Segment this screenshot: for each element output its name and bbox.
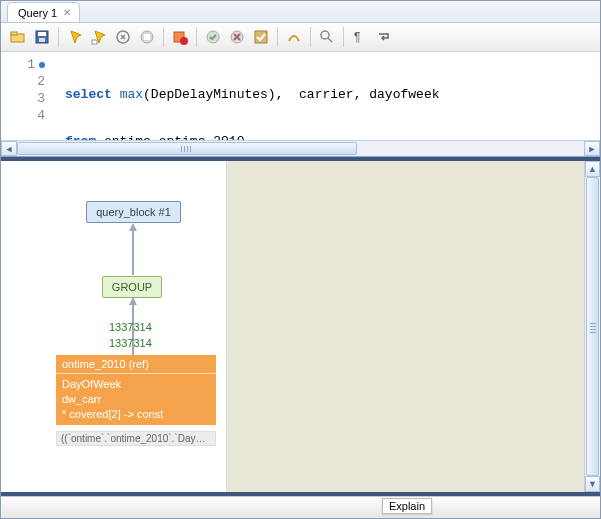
line-gutter: 1 2 3 4 — [1, 52, 51, 140]
scroll-track[interactable] — [585, 177, 600, 476]
toggle-limit-button[interactable] — [169, 26, 191, 48]
scroll-thumb[interactable] — [586, 177, 599, 476]
scroll-thumb[interactable] — [17, 142, 357, 155]
editor-horizontal-scrollbar[interactable]: ◄ ► — [1, 140, 600, 156]
execute-current-button[interactable] — [88, 26, 110, 48]
toolbar: ¶ — [1, 23, 600, 52]
execute-button[interactable] — [64, 26, 86, 48]
line-number: 4 — [37, 107, 45, 124]
code-area[interactable]: select max(DepDelayMinutes), carrier, da… — [51, 52, 600, 140]
close-icon[interactable]: ✕ — [63, 8, 71, 18]
stop-button[interactable] — [136, 26, 158, 48]
save-button[interactable] — [31, 26, 53, 48]
explain-tab-button[interactable]: Explain — [382, 498, 432, 514]
plan-caption: ((`ontime`.`ontime_2010`.`DayOf... — [56, 431, 216, 446]
open-button[interactable] — [7, 26, 29, 48]
tab-bar: Query 1 ✕ — [1, 1, 600, 23]
separator — [196, 27, 197, 47]
svg-rect-3 — [38, 32, 46, 36]
svg-point-10 — [180, 37, 188, 45]
scroll-track[interactable] — [17, 141, 584, 156]
autocommit-button[interactable] — [250, 26, 272, 48]
arrow-up-icon — [129, 297, 137, 305]
scroll-right-icon[interactable]: ► — [584, 141, 600, 156]
svg-point-14 — [321, 31, 329, 39]
query-window: Query 1 ✕ — [0, 0, 601, 519]
separator — [163, 27, 164, 47]
plan-node-label: GROUP — [112, 281, 152, 293]
scroll-down-icon[interactable]: ▼ — [585, 476, 600, 492]
arrow-up-icon — [129, 223, 137, 231]
rollback-button[interactable] — [226, 26, 248, 48]
svg-rect-8 — [144, 34, 150, 40]
plan-node-query-block[interactable]: query_block #1 — [86, 201, 181, 223]
svg-rect-4 — [39, 38, 45, 42]
statement-marker-icon — [39, 62, 45, 68]
tab-label: Query 1 — [18, 7, 57, 19]
line-number: 2 — [37, 73, 45, 90]
plan-edge — [132, 225, 134, 275]
svg-rect-1 — [11, 32, 17, 35]
explain-button[interactable] — [112, 26, 134, 48]
commit-button[interactable] — [202, 26, 224, 48]
svg-line-15 — [328, 38, 332, 42]
line-number: 1 — [27, 56, 35, 73]
find-button[interactable] — [316, 26, 338, 48]
separator — [343, 27, 344, 47]
plan-table-details: DayOfWeek dw_carr * covered[2] -> const — [56, 374, 216, 425]
plan-table-key: DayOfWeek — [62, 377, 210, 392]
code-line: from ontime.ontime_2010 — [65, 133, 600, 140]
svg-rect-5 — [92, 40, 97, 44]
sql-editor[interactable]: 1 2 3 4 select max(DepDelayMinutes), car… — [1, 52, 600, 157]
beautify-button[interactable] — [283, 26, 305, 48]
separator — [58, 27, 59, 47]
status-bar: Explain — [1, 496, 600, 518]
svg-rect-13 — [255, 31, 267, 43]
plan-rows-in: 1337314 — [109, 337, 152, 349]
code-line: select max(DepDelayMinutes), carrier, da… — [65, 86, 600, 103]
plan-node-table[interactable]: ontime_2010 (ref) DayOfWeek dw_carr * co… — [56, 355, 216, 425]
explain-empty-area — [227, 161, 584, 492]
plan-node-group[interactable]: GROUP — [102, 276, 162, 298]
plan-table-index: dw_carr — [62, 392, 210, 407]
wrap-button[interactable] — [373, 26, 395, 48]
whitespace-button[interactable]: ¶ — [349, 26, 371, 48]
tab-query1[interactable]: Query 1 ✕ — [7, 2, 80, 22]
separator — [310, 27, 311, 47]
plan-node-label: query_block #1 — [96, 206, 171, 218]
explain-panel: query_block #1 GROUP 1337314 1337314 ont… — [1, 161, 600, 492]
plan-rows-out: 1337314 — [109, 321, 152, 333]
separator — [277, 27, 278, 47]
explain-canvas[interactable]: query_block #1 GROUP 1337314 1337314 ont… — [1, 161, 227, 492]
svg-text:¶: ¶ — [354, 30, 360, 44]
scroll-left-icon[interactable]: ◄ — [1, 141, 17, 156]
plan-table-extra: * covered[2] -> const — [62, 407, 210, 422]
scroll-up-icon[interactable]: ▲ — [585, 161, 600, 177]
explain-vertical-scrollbar[interactable]: ▲ ▼ — [584, 161, 600, 492]
line-number: 3 — [37, 90, 45, 107]
plan-table-header: ontime_2010 (ref) — [56, 355, 216, 374]
